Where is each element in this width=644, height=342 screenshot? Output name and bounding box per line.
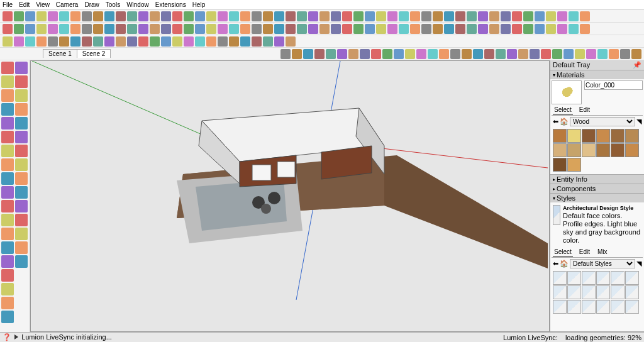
toolbar-icon[interactable] [501,24,511,34]
toolbar-icon[interactable] [314,49,325,59]
toolbar-icon[interactable] [501,11,511,21]
toolbar-icon[interactable] [489,11,499,21]
toolbar-icon[interactable] [161,24,171,34]
style-thumbnail[interactable] [596,300,610,314]
toolbar-icon[interactable] [439,49,449,59]
toolbar-icon[interactable] [467,11,477,21]
subtab[interactable]: Edit [578,106,591,115]
toolbar-icon[interactable] [274,36,284,47]
style-thumbnail[interactable] [625,285,639,299]
toolbar-icon[interactable] [564,49,574,59]
tool-icon[interactable] [15,186,28,199]
toolbar-icon[interactable] [319,24,330,34]
toolbar-icon[interactable] [421,24,431,34]
toolbar-icon[interactable] [394,49,404,59]
style-thumbnail[interactable] [582,285,596,299]
toolbar-icon[interactable] [546,24,556,34]
toolbar-icon[interactable] [297,11,307,21]
toolbar-icon[interactable] [218,36,228,47]
toolbar-icon[interactable] [523,11,533,21]
menu-edit[interactable]: Edit [19,1,30,8]
toolbar-icon[interactable] [552,49,562,59]
toolbar-icon[interactable] [240,24,250,34]
toolbar-icon[interactable] [25,24,35,34]
components-title[interactable]: Components [550,184,644,193]
toolbar-icon[interactable] [14,24,24,34]
tool-icon[interactable] [15,158,28,171]
toolbar-icon[interactable] [161,36,171,47]
tool-icon[interactable] [1,103,14,116]
toolbar-icon[interactable] [195,36,205,47]
menu-window[interactable]: Window [126,1,149,8]
style-thumbnail[interactable] [553,285,567,299]
toolbar-icon[interactable] [541,49,551,59]
toolbar-icon[interactable] [331,11,341,21]
toolbar-icon[interactable] [337,49,347,59]
tool-icon[interactable] [1,311,14,323]
toolbar-icon[interactable] [512,11,522,21]
toolbar-icon[interactable] [365,24,375,34]
toolbar-icon[interactable] [104,36,114,47]
materials-title[interactable]: Materials [550,70,644,79]
toolbar-icon[interactable] [150,36,160,47]
tool-icon[interactable] [1,117,14,130]
material-library-select[interactable]: Wood [570,117,635,126]
tool-icon[interactable] [15,103,28,116]
styles-title[interactable]: Styles [550,194,644,202]
toolbar-icon[interactable] [161,11,171,21]
toolbar-icon[interactable] [421,11,431,21]
tool-icon[interactable] [1,269,14,282]
toolbar-icon[interactable] [59,36,69,47]
back-icon[interactable]: ⬅ [553,118,558,126]
toolbar-icon[interactable] [229,36,239,47]
tool-icon[interactable] [15,117,28,130]
subtab[interactable]: Mix [596,248,609,257]
tool-icon[interactable] [1,186,14,199]
toolbar-icon[interactable] [286,11,296,21]
details-icon[interactable]: ◥ [636,118,641,126]
toolbar-icon[interactable] [36,24,47,34]
toolbar-icon[interactable] [353,24,364,34]
toolbar-icon[interactable] [218,24,228,34]
toolbar-icon[interactable] [535,24,545,34]
toolbar-icon[interactable] [580,11,590,21]
toolbar-icon[interactable] [455,11,465,21]
toolbar-icon[interactable] [410,24,420,34]
subtab[interactable]: Select [553,106,573,115]
toolbar-icon[interactable] [609,49,619,59]
toolbar-icon[interactable] [59,24,69,34]
toolbar-icon[interactable] [104,24,114,34]
toolbar-icon[interactable] [444,24,454,34]
toolbar-icon[interactable] [263,36,273,47]
material-swatch[interactable] [625,129,639,143]
menu-view[interactable]: View [36,1,50,8]
tool-icon[interactable] [1,283,14,295]
toolbar-icon[interactable] [240,11,250,21]
toolbar-icon[interactable] [3,11,13,21]
toolbar-icon[interactable] [444,11,454,21]
material-swatch[interactable] [625,143,639,157]
toolbar-icon[interactable] [172,24,182,34]
toolbar-icon[interactable] [252,36,262,47]
toolbar-icon[interactable] [274,11,284,21]
style-thumbnail[interactable] [625,271,639,285]
help-icon[interactable]: ❓ [3,333,11,341]
back-icon[interactable]: ⬅ [553,260,558,268]
toolbar-icon[interactable] [512,24,522,34]
toolbar-icon[interactable] [184,11,194,21]
home-icon[interactable]: 🏠 [560,260,569,268]
toolbar-icon[interactable] [450,49,460,59]
style-thumbnail[interactable] [567,271,581,285]
toolbar-icon[interactable] [263,24,273,34]
style-thumbnail[interactable] [625,300,639,314]
material-swatch[interactable] [553,158,567,172]
tool-icon[interactable] [1,255,14,268]
material-swatch[interactable] [567,143,581,157]
style-preview[interactable] [553,205,560,225]
style-thumbnail[interactable] [611,271,625,285]
tray-header[interactable]: Default Tray📌 [550,60,644,70]
toolbar-icon[interactable] [206,11,216,21]
toolbar-icon[interactable] [292,49,302,59]
toolbar-icon[interactable] [70,24,80,34]
toolbar-icon[interactable] [433,24,443,34]
